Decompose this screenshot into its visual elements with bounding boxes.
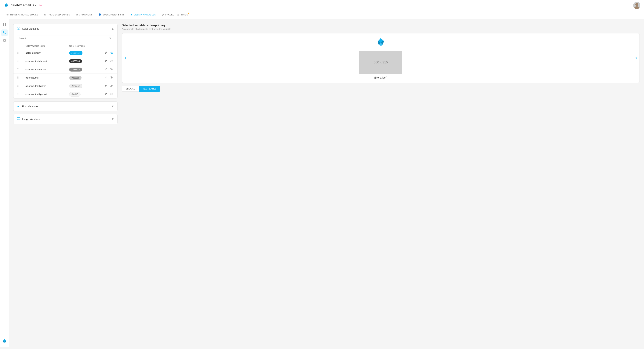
preview-variable-button[interactable]: [110, 51, 114, 55]
tab-triggered[interactable]: ✉ TRIGGERED EMAILS: [41, 11, 73, 19]
svg-point-12: [3, 32, 4, 32]
table-row: ⠿color-primary#10B1EF: [14, 49, 117, 57]
font-variables-header[interactable]: A a Font Variables ▼: [14, 102, 117, 111]
color-hex-badge: #333333: [66, 57, 100, 66]
tab-project-settings[interactable]: ⚙ PROJECT SETTINGS: [159, 11, 191, 19]
font-variables-card: A a Font Variables ▼: [13, 101, 118, 111]
image-icon: [17, 117, 20, 121]
svg-line-13: [4, 32, 6, 32]
image-variables-title: Image Variables: [22, 118, 40, 120]
svg-point-25: [18, 28, 19, 29]
preview-nav-left[interactable]: <: [123, 55, 128, 62]
preview-template-var: {{hero.title}}: [374, 76, 387, 79]
drag-handle[interactable]: ⠿: [17, 68, 19, 71]
settings-icon: ⚙: [162, 13, 164, 16]
col-name-header: Color Variable Name: [22, 43, 66, 49]
svg-point-31: [111, 60, 112, 62]
color-variables-title: Color Variables: [22, 27, 39, 30]
font-variables-header-left: A a Font Variables: [17, 104, 38, 108]
sidebar-item-grid[interactable]: [1, 22, 8, 28]
edit-variable-button[interactable]: [104, 59, 108, 64]
sidebar-item-layers[interactable]: [1, 38, 8, 44]
app-title: bluefox.email: [10, 4, 31, 7]
topbar: bluefox.email ✦▼ ✂: [0, 0, 644, 11]
preview-variable-button[interactable]: [109, 76, 114, 80]
preview-card: < > 560 x 315: [122, 33, 640, 83]
sidebar-item-scissors[interactable]: [1, 30, 8, 36]
main-content: Color Variables ▲: [9, 20, 644, 347]
preview-variable-button[interactable]: [109, 67, 114, 72]
color-var-name: color-primary: [22, 49, 66, 57]
edit-variable-button[interactable]: [104, 84, 108, 88]
edit-variable-button[interactable]: [104, 76, 108, 80]
svg-line-14: [4, 33, 6, 34]
logo-area: bluefox.email ✦▼: [4, 3, 37, 8]
color-row-actions: [100, 66, 117, 74]
drag-handle[interactable]: ⠿: [17, 76, 19, 79]
left-panel: Color Variables ▲: [13, 24, 118, 342]
svg-point-11: [3, 33, 4, 34]
table-row: ⠿color-neutral-darker#888888: [14, 66, 117, 74]
tools-icon[interactable]: ✂: [39, 4, 42, 7]
svg-point-5: [636, 3, 638, 6]
color-hex-badge: #cccccc: [66, 74, 100, 82]
col-hex-header: Color Hex Value: [66, 43, 100, 49]
table-row: ⠿color-neutral#cccccc: [14, 74, 117, 82]
table-row: ⠿color-neutral-darkest#333333: [14, 57, 117, 66]
color-variables-table: Color Variable Name Color Hex Value ⠿col…: [14, 43, 117, 98]
svg-point-23: [18, 28, 18, 28]
font-variables-icon: A a: [17, 104, 20, 108]
tab-design-variables[interactable]: ✦ DESIGN VARIABLES: [128, 11, 159, 19]
svg-point-22: [17, 27, 20, 30]
edit-variable-button[interactable]: [104, 67, 108, 72]
drag-handle[interactable]: ⠿: [17, 93, 19, 96]
color-variables-header[interactable]: Color Variables ▲: [14, 24, 117, 34]
color-search-bar[interactable]: [17, 36, 114, 41]
svg-point-39: [111, 94, 112, 94]
collapse-icon-font[interactable]: ▼: [111, 105, 114, 108]
color-var-name: color-neutral-darkest: [22, 57, 66, 66]
image-variables-header[interactable]: Image Variables ▼: [14, 114, 117, 124]
avatar-image: [633, 2, 640, 9]
color-row-actions: [100, 90, 117, 98]
color-search-input[interactable]: [19, 37, 108, 40]
user-avatar[interactable]: [633, 2, 640, 9]
blocks-button[interactable]: BLOCKS: [122, 86, 139, 92]
sidebar: [0, 20, 9, 347]
svg-rect-42: [17, 118, 20, 120]
color-hex-badge: #eeeeee: [66, 82, 100, 90]
preview-variable-button[interactable]: [109, 92, 114, 96]
right-panel: Selected variable: color-primary An exam…: [122, 24, 640, 342]
table-row: ⠿color-neutral-lighter#eeeeee: [14, 82, 117, 90]
scissors-icon: [3, 31, 6, 34]
edit-variable-button[interactable]: [104, 51, 108, 55]
logo-badge[interactable]: ✦▼: [32, 4, 37, 7]
image-variables-header-left: Image Variables: [17, 117, 40, 121]
subscriber-icon: 👤: [98, 13, 102, 16]
svg-rect-9: [3, 25, 4, 26]
drag-handle[interactable]: ⠿: [17, 60, 19, 63]
svg-line-27: [111, 39, 112, 39]
svg-point-37: [111, 85, 112, 86]
drag-handle[interactable]: ⠿: [17, 84, 19, 88]
design-icon: ✦: [130, 13, 133, 16]
tab-campaigns[interactable]: ✉ CAMPAIGNS: [73, 11, 96, 19]
color-row-actions: [100, 57, 117, 66]
drag-handle[interactable]: ⠿: [17, 52, 19, 54]
collapse-icon-color[interactable]: ▲: [111, 27, 114, 30]
tab-transactional[interactable]: ✉ TRANSACTIONAL EMAILS: [4, 11, 41, 19]
color-row-actions: [100, 49, 117, 57]
collapse-icon-image[interactable]: ▼: [111, 118, 114, 121]
main-layout: Color Variables ▲: [0, 20, 644, 347]
preview-variable-button[interactable]: [109, 84, 114, 88]
preview-nav-right[interactable]: >: [634, 55, 639, 62]
tab-subscriber[interactable]: 👤 SUBSCRIBER LISTS: [96, 11, 128, 19]
preview-variable-button[interactable]: [109, 59, 114, 64]
svg-point-6: [634, 6, 639, 9]
color-hex-badge: #10B1EF: [66, 49, 100, 57]
search-icon: [109, 37, 112, 40]
svg-rect-10: [5, 25, 6, 26]
edit-variable-button[interactable]: [104, 92, 108, 96]
templates-button[interactable]: TEMPLATES: [139, 86, 160, 92]
grid-icon: [3, 23, 6, 26]
